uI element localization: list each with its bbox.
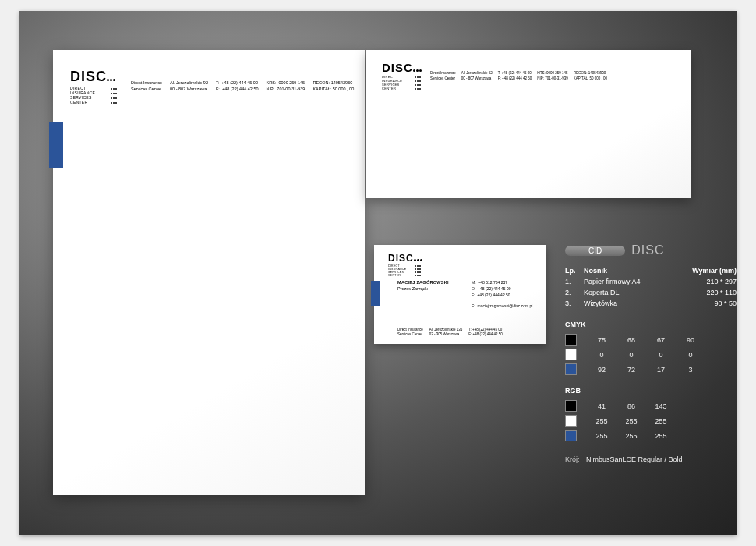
- cmyk-row-black: 75686790: [565, 334, 737, 346]
- nip-label: NIP:: [267, 87, 275, 91]
- spec-row: 3.Wizytówka90 * 50: [565, 298, 737, 309]
- stationery-mockup-canvas: DISC DIRECT INSURANCE SERVICES CENTER Di…: [19, 11, 737, 535]
- fax-value: +48 (22) 444 42 50: [477, 292, 510, 297]
- swatch-white: [565, 415, 577, 427]
- cmyk-row-blue: 9272173: [565, 363, 737, 375]
- regon-label: REGON:: [313, 80, 330, 85]
- cmyk-heading: CMYK: [565, 321, 737, 328]
- font-label: Krój:: [565, 456, 580, 463]
- envelope-header-info: Direct InsuranceServices Center Al. Jero…: [430, 70, 607, 81]
- accent-bar: [371, 281, 380, 306]
- address-line-1: Al. Jerozolimskie 92: [170, 80, 208, 86]
- tel-value: +48 (22) 444 45 00: [221, 80, 258, 85]
- col-item: Nośnik: [584, 265, 669, 276]
- col-dim: Wymiar (mm): [669, 265, 737, 276]
- company-name-2: Services Center: [131, 86, 162, 92]
- business-card: DISC DIRECT INSURANCE SERVICES CENTER MA…: [374, 245, 546, 344]
- krs-value: 0000 259 145: [278, 80, 305, 85]
- regon-value: 140543930: [331, 80, 353, 85]
- col-lp: Lp.: [565, 265, 584, 276]
- tel-label: T:: [216, 80, 219, 85]
- swatch-black: [565, 334, 577, 346]
- logo-dots-icon: [414, 253, 423, 264]
- office-value: +48 (22) 444 45 00: [478, 286, 510, 291]
- spec-row: 2.Koperta DL220 * 110: [565, 287, 737, 298]
- cid-specs-table: Lp. Nośnik Wymiar (mm) 1.Papier firmowy …: [565, 265, 737, 309]
- letterhead-a4: DISC DIRECT INSURANCE SERVICES CENTER Di…: [53, 50, 365, 495]
- swatch-blue: [565, 430, 577, 441]
- fax-value: +48 (22) 444 42 50: [222, 87, 259, 91]
- swatch-blue: [565, 363, 577, 375]
- spec-row: 1.Papier firmowy A4210 * 297: [565, 276, 737, 287]
- logo-sub-center: CENTER: [70, 100, 87, 105]
- accent-bar: [49, 122, 63, 168]
- fax-label: F:: [216, 87, 220, 91]
- kapital-value: 50 000 , 00: [333, 87, 355, 91]
- logo-name: DISC: [382, 61, 413, 74]
- swatch-black: [565, 400, 577, 412]
- dots-icon: [110, 100, 117, 105]
- nip-value: 701-00-31-939: [277, 87, 305, 91]
- cid-badge: CID: [565, 246, 625, 256]
- swatch-white: [565, 349, 577, 360]
- mobile-value: +48 512 784 237: [478, 280, 507, 285]
- address-line-2: 00 - 807 Warszawa: [170, 86, 208, 92]
- email-value: maciej.zagorowski@disc.com.pl: [478, 303, 533, 308]
- logo: DISC DIRECT INSURANCE SERVICES CENTER: [382, 61, 422, 90]
- cardholder-name: MACIEJ ZAGÓROWSKI: [397, 279, 449, 285]
- kapital-label: KAPITAŁ:: [313, 87, 331, 91]
- card-contacts: M: +48 512 784 237 O: +48 (22) 444 45 00…: [472, 279, 532, 309]
- letterhead-header-info: Direct InsuranceServices Center Al. Jero…: [131, 80, 354, 92]
- logo: DISC DIRECT INSURANCE SERVICES CENTER: [70, 69, 117, 105]
- envelope-dl: DISC DIRECT INSURANCE SERVICES CENTER Di…: [366, 50, 691, 198]
- cid-banner: CID DISC: [565, 243, 737, 257]
- logo: DISC DIRECT INSURANCE SERVICES CENTER: [388, 253, 423, 277]
- cid-brand: DISC: [631, 243, 664, 257]
- logo-dots-icon: [413, 61, 422, 74]
- cardholder-title: Prezes Zarządu: [397, 285, 449, 292]
- rgb-row-white: 255255255: [565, 415, 737, 427]
- cid-panel: CID DISC Lp. Nośnik Wymiar (mm) 1.Papier…: [565, 243, 737, 463]
- card-footer: Direct InsuranceServices Center Al. Jero…: [397, 328, 503, 337]
- rgb-row-black: 4186143: [565, 400, 737, 412]
- font-value: NimbusSanLCE Regular / Bold: [586, 456, 683, 463]
- krs-label: KRS:: [267, 80, 277, 85]
- logo-name: DISC: [70, 69, 107, 84]
- logo-dots-icon: [107, 69, 116, 85]
- logo-name: DISC: [388, 253, 414, 264]
- cmyk-row-white: 0000: [565, 349, 737, 360]
- cardholder: MACIEJ ZAGÓROWSKI Prezes Zarządu: [397, 279, 449, 292]
- font-line: Krój: NimbusSanLCE Regular / Bold: [565, 456, 737, 463]
- rgb-row-blue: 255255255: [565, 430, 737, 441]
- company-name-1: Direct Insurance: [131, 80, 162, 86]
- rgb-heading: RGB: [565, 387, 737, 395]
